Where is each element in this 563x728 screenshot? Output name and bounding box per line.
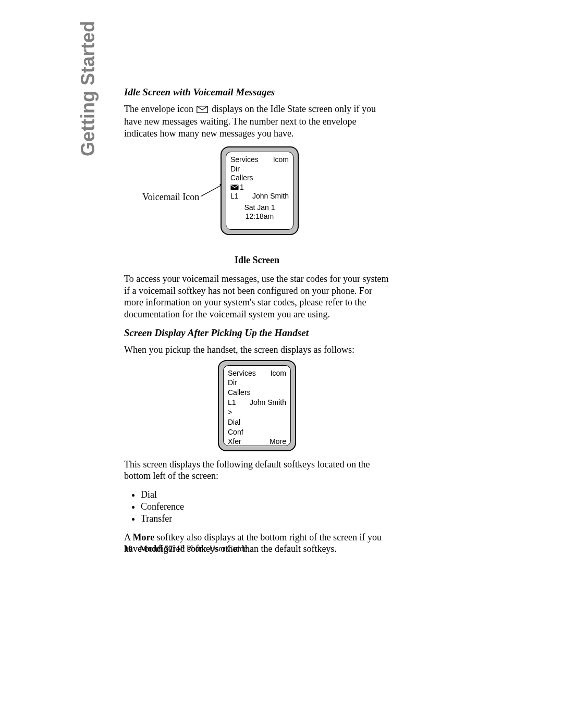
softkey-dir: Dir [228,378,286,388]
voicemail-count: 1 [240,183,244,192]
paragraph-access-voicemail: To access your voicemail messages, use t… [124,273,390,320]
softkey-row-top: Services Icom [228,369,286,378]
figure-idle-screen: Voicemail Icon Services Icom Dir Callers [124,146,390,251]
paragraph-envelope-intro: The envelope icon displays on the Idle S… [124,103,390,139]
bold-more: More [133,532,155,542]
callout-voicemail-icon: Voicemail Icon [142,192,199,203]
datetime: Sat Jan 1 12:18am [230,203,289,221]
line-user: John Smith [250,398,286,408]
softkey-row-top: Services Icom [230,155,289,165]
phone-bezel: Services Icom Dir Callers 1 L1 J [221,146,299,235]
heading-idle-voicemail: Idle Screen with Voicemail Messages [124,87,390,98]
softkey-xfer: Xfer [228,437,241,447]
voicemail-indicator: 1 [230,183,289,192]
softkey-icom: Icom [273,155,289,165]
list-item: Transfer [141,513,390,524]
figure-offhook-wrap: Services Icom Dir Callers L1 John Smith … [124,360,390,451]
softkey-callers: Callers [230,174,289,183]
phone-screen: Services Icom Dir Callers L1 John Smith … [223,365,291,446]
softkey-dial: Dial [228,418,286,427]
softkey-dir: Dir [230,165,289,174]
figure-caption-idle: Idle Screen [124,255,390,266]
softkey-callers: Callers [228,388,286,398]
line-row: L1 John Smith [228,398,286,408]
footer-model: Model 57i [140,544,175,553]
paragraph-offhook-intro: When you pickup the handset, the screen … [124,344,390,356]
softkey-more: More [270,437,286,447]
text: A [124,532,133,542]
section-tab-getting-started: Getting Started [77,21,99,156]
line-label: L1 [228,398,236,408]
softkey-services: Services [230,155,259,165]
page-footer: 10 Model 57i IP Phone User Guide [124,544,248,553]
figure-offhook-screen: Services Icom Dir Callers L1 John Smith … [218,360,296,451]
main-content: Idle Screen with Voicemail Messages The … [124,87,390,562]
softkey-conf: Conf [228,428,286,437]
line-label: L1 [230,192,239,201]
page: Getting Started Idle Screen with Voicema… [0,0,563,728]
envelope-icon [230,184,239,190]
softkey-bullet-list: Dial Conference Transfer [124,489,390,524]
line-row: L1 John Smith [230,192,289,201]
section-tab-label: Getting Started [77,21,99,156]
softkey-row-bottom: Xfer More [228,437,286,447]
phone-bezel: Services Icom Dir Callers L1 John Smith … [218,360,296,451]
envelope-icon [197,104,208,116]
footer-tail: IP Phone User Guide [175,544,248,553]
softkey-services: Services [228,369,256,378]
paragraph-softkeys-intro: This screen displays the following defau… [124,459,390,482]
phone-screen: Services Icom Dir Callers 1 L1 J [226,152,293,230]
line-user: John Smith [252,192,289,201]
text-pre-icon: The envelope icon [124,104,195,114]
softkey-icom: Icom [271,369,286,378]
page-number: 10 [124,544,132,553]
heading-offhook: Screen Display After Picking Up the Hand… [124,327,390,339]
list-item: Dial [141,489,390,500]
dial-prompt: > [228,408,286,417]
list-item: Conference [141,501,390,512]
